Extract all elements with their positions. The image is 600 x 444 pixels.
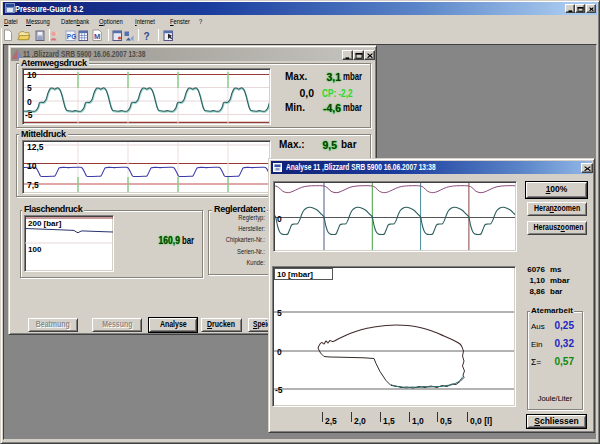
svg-text:PG: PG	[67, 33, 76, 40]
svg-text:0: 0	[277, 214, 282, 224]
svg-text:0: 0	[27, 97, 32, 107]
svg-text:M: M	[94, 32, 100, 41]
svg-text:10 [mbar]: 10 [mbar]	[277, 270, 313, 279]
svg-text:5: 5	[277, 308, 282, 318]
svg-text:-5: -5	[25, 110, 33, 120]
svg-text:12,5: 12,5	[27, 142, 44, 152]
svg-text:?: ?	[144, 31, 150, 42]
svg-text:10: 10	[27, 161, 37, 171]
svg-text:200 [bar]: 200 [bar]	[28, 219, 62, 228]
svg-text:10: 10	[27, 70, 37, 80]
svg-text:100: 100	[28, 245, 42, 254]
svg-text:5: 5	[27, 83, 32, 93]
svg-text:7,5: 7,5	[27, 180, 39, 190]
svg-text:0: 0	[277, 347, 282, 357]
svg-text:-5: -5	[275, 385, 283, 395]
